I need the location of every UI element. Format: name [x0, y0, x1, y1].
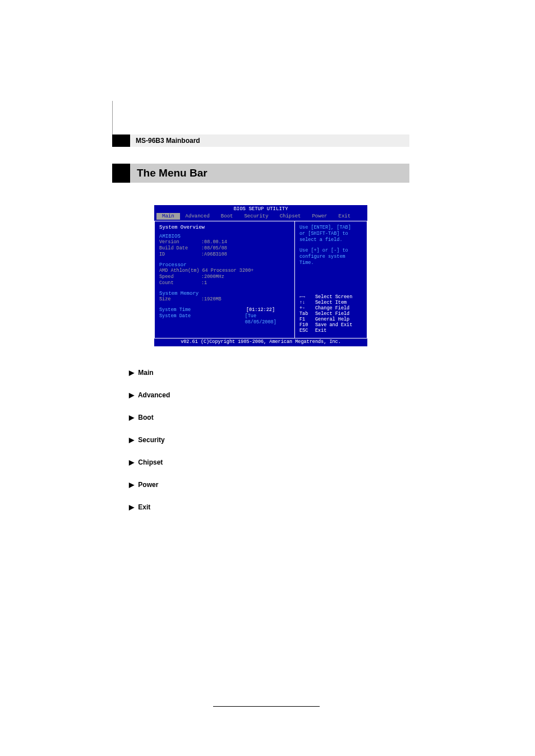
header-subtitle: MS-96B3 Mainboard	[130, 134, 409, 147]
section-advanced-label: Advanced	[138, 391, 170, 399]
section-advanced: ▶ Advanced	[129, 391, 409, 399]
bios-count-value: :1	[201, 280, 207, 286]
section-main: ▶ Main	[129, 369, 409, 377]
bios-nav7-key: ESC	[299, 328, 315, 333]
bios-processor-heading: Processor	[159, 262, 290, 268]
bios-nav2-key: ↑↓	[299, 300, 315, 305]
bios-systime-value: [01:12:22]	[246, 307, 275, 313]
bios-count-label: Count	[159, 280, 201, 286]
bios-tab-boot: Boot	[215, 213, 239, 220]
bios-systime-label: System Time	[159, 307, 246, 313]
bios-left-panel: System Overview AMIBIOS Version :08.00.1…	[154, 221, 294, 338]
arrow-icon: ▶	[129, 436, 134, 444]
bios-sysdate-value: [Tue 08/05/2008]	[245, 313, 290, 326]
arrow-icon: ▶	[129, 369, 134, 377]
bios-title: BIOS SETUP UTILITY	[154, 205, 367, 213]
bios-right-panel: Use [ENTER], [TAB] or [SHIFT-TAB] to sel…	[294, 221, 367, 338]
bios-tab-security: Security	[238, 213, 274, 220]
section-power: ▶ Power	[129, 481, 409, 489]
bios-sysdate-row: System Date [Tue 08/05/2008]	[159, 313, 290, 326]
arrow-icon: ▶	[129, 503, 134, 511]
bios-nav6-text: Save and Exit	[315, 322, 352, 328]
bios-nav7-text: Exit	[315, 328, 326, 333]
bios-version-label: Version	[159, 239, 201, 245]
bios-amibios-heading: AMIBIOS	[159, 234, 290, 239]
bios-size-row: Size :1920MB	[159, 296, 290, 303]
bios-sysdate-label: System Date	[159, 313, 245, 326]
bios-id-row: ID :A96B3108	[159, 252, 290, 258]
bios-speed-label: Speed	[159, 274, 201, 280]
bios-builddate-row: Build Date :08/05/08	[159, 245, 290, 252]
bios-size-label: Size	[159, 296, 201, 303]
bios-tab-advanced: Advanced	[180, 213, 215, 220]
section-chipset-label: Chipset	[138, 458, 163, 466]
page-footer-line	[213, 706, 320, 707]
header-bar: MS-96B3 Mainboard	[112, 134, 409, 147]
bios-screenshot: BIOS SETUP UTILITY Main Advanced Boot Se…	[154, 205, 367, 346]
bios-nav4-text: Select Field	[315, 311, 349, 317]
bios-help-line1: Use [ENTER], [TAB]	[299, 225, 362, 231]
title-accent	[112, 164, 130, 183]
section-exit-label: Exit	[138, 503, 150, 511]
bios-help-line2: or [SHIFT-TAB] to	[299, 231, 362, 237]
bios-nav1: ←→Select Screen	[299, 294, 362, 300]
bios-tab-chipset: Chipset	[274, 213, 307, 220]
bios-count-row: Count :1	[159, 280, 290, 286]
arrow-icon: ▶	[129, 481, 134, 489]
bios-nav4-key: Tab	[299, 311, 315, 317]
arrow-icon: ▶	[129, 458, 134, 466]
section-power-label: Power	[138, 481, 158, 489]
title-bar: The Menu Bar	[112, 164, 409, 183]
bios-nav6-key: F10	[299, 322, 315, 328]
bios-help-line3: select a field.	[299, 237, 362, 243]
page-content: MS-96B3 Mainboard The Menu Bar BIOS SETU…	[112, 101, 409, 526]
bios-builddate-label: Build Date	[159, 245, 201, 252]
bios-builddate-value: :08/05/08	[201, 245, 227, 252]
bios-nav1-text: Select Screen	[315, 294, 352, 300]
bios-nav5-key: F1	[299, 317, 315, 322]
bios-speed-value: :2000MHz	[201, 274, 224, 280]
section-list: ▶ Main ▶ Advanced ▶ Boot ▶ Security ▶ Ch…	[112, 369, 409, 511]
arrow-icon: ▶	[129, 391, 134, 399]
bios-help-line5: configure system Time.	[299, 254, 362, 266]
bios-nav5-text: General Help	[315, 317, 349, 322]
bios-size-value: :1920MB	[201, 296, 222, 303]
bios-tab-main: Main	[156, 213, 180, 220]
bios-nav5: F1General Help	[299, 317, 362, 322]
bios-id-value: :A96B3108	[201, 252, 227, 258]
bios-id-label: ID	[159, 252, 201, 258]
header-accent	[112, 134, 130, 147]
bios-tab-exit: Exit	[333, 213, 356, 220]
section-main-label: Main	[138, 369, 153, 377]
bios-help-line4: Use [+] or [-] to	[299, 248, 362, 254]
section-chipset: ▶ Chipset	[129, 458, 409, 466]
bios-nav2: ↑↓Select Item	[299, 300, 362, 305]
bios-nav3-key: +-	[299, 305, 315, 311]
page-title: The Menu Bar	[130, 164, 409, 183]
section-exit: ▶ Exit	[129, 503, 409, 511]
bios-version-row: Version :08.00.14	[159, 239, 290, 245]
bios-body: System Overview AMIBIOS Version :08.00.1…	[154, 221, 367, 338]
bios-version-value: :08.00.14	[201, 239, 227, 245]
bios-processor-name: AMD Athlon(tm) 64 Processor 3200+	[159, 268, 290, 274]
arrow-icon: ▶	[129, 414, 134, 421]
bios-nav2-text: Select Item	[315, 300, 347, 305]
bios-sysmem-heading: System Memory	[159, 291, 290, 296]
section-boot: ▶ Boot	[129, 414, 409, 421]
bios-speed-row: Speed :2000MHz	[159, 274, 290, 280]
bios-nav7: ESCExit	[299, 328, 362, 333]
bios-nav3: +-Change Field	[299, 305, 362, 311]
bios-overview-heading: System Overview	[159, 225, 290, 230]
bios-footer: v02.61 (C)Copyright 1985-2006, American …	[154, 338, 367, 346]
bios-systime-row: System Time [01:12:22]	[159, 307, 290, 313]
bios-nav3-text: Change Field	[315, 305, 349, 311]
section-security-label: Security	[138, 436, 164, 444]
section-security: ▶ Security	[129, 436, 409, 444]
bios-menubar: Main Advanced Boot Security Chipset Powe…	[154, 213, 367, 221]
bios-tab-power: Power	[306, 213, 333, 220]
bios-nav4: TabSelect Field	[299, 311, 362, 317]
bios-nav1-key: ←→	[299, 294, 315, 300]
section-boot-label: Boot	[138, 414, 153, 421]
bios-nav6: F10Save and Exit	[299, 322, 362, 328]
